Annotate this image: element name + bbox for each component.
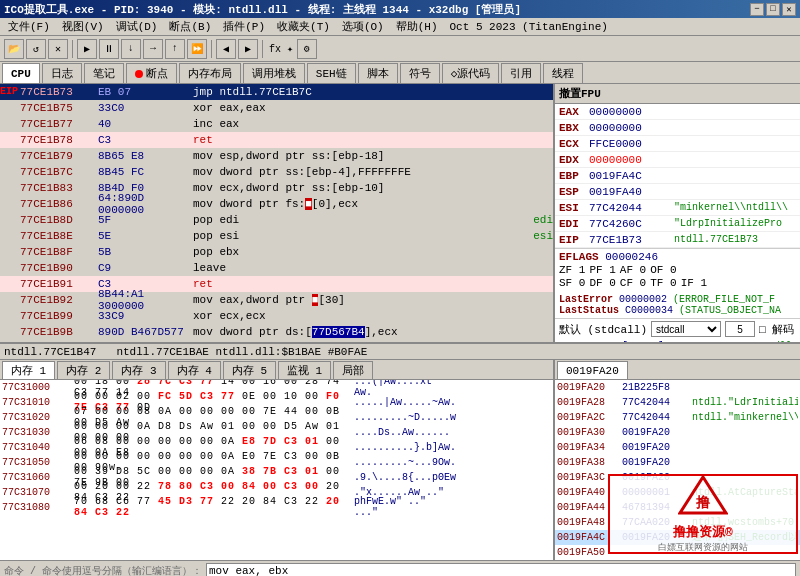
stdcall-decode-label: □ 解码 [759, 322, 794, 337]
menu-view[interactable]: 视图(V) [56, 18, 110, 35]
menu-file[interactable]: 文件(F) [2, 18, 56, 35]
tab-script[interactable]: 脚本 [358, 63, 398, 83]
flag-sf[interactable]: SF 0 [559, 277, 585, 289]
tab-callstack[interactable]: 调用堆栈 [243, 63, 305, 83]
flag-of[interactable]: OF 0 [650, 264, 676, 276]
flag-zf[interactable]: ZF 1 [559, 264, 585, 276]
tb-open[interactable]: 📂 [4, 39, 24, 59]
stdcall-select[interactable]: stdcall cdecl [651, 321, 721, 337]
tb-misc[interactable]: ⚙ [297, 39, 317, 59]
menu-help[interactable]: 帮助(H) [390, 18, 444, 35]
tb-runto[interactable]: ⏩ [187, 39, 207, 59]
disasm-row[interactable]: 77CE1B75 33C0 xor eax,eax [0, 100, 553, 116]
call-stack-row[interactable]: 0019FA38 0019FA20 [555, 455, 800, 470]
disasm-row[interactable]: 77CE1B7C 8B45 FC mov dword ptr ss:[ebp-4… [0, 164, 553, 180]
disasm-row[interactable]: 77CE1B79 8B65 E8 mov esp,dword ptr ss:[e… [0, 148, 553, 164]
disasm-row[interactable]: 77CE1B8F 5B pop ebx [0, 244, 553, 260]
mem-tab-local[interactable]: 局部 [333, 361, 373, 379]
flag-tf[interactable]: TF 0 [650, 277, 676, 289]
call-stack-row[interactable]: 0019FA30 0019FA20 [555, 425, 800, 440]
disasm-row[interactable]: 77CE1B86 64:890D 0000000 mov dword ptr f… [0, 196, 553, 212]
tab-memory-map[interactable]: 内存布局 [179, 63, 241, 83]
reg-ebx[interactable]: EBX 00000000 [555, 120, 800, 136]
tb-pause[interactable]: ⏸ [99, 39, 119, 59]
tb-stepover[interactable]: → [143, 39, 163, 59]
tb-back[interactable]: ◀ [216, 39, 236, 59]
tb-forward[interactable]: ▶ [238, 39, 258, 59]
mem-tab-2[interactable]: 内存 2 [57, 361, 110, 379]
disasm-row[interactable]: 77CE1BA1 8908 B867D577 mov dword ptr ds:… [0, 340, 553, 342]
tab-seh[interactable]: SEH链 [307, 63, 356, 83]
call-stack-row[interactable]: 0019FA20 21B225F8 [555, 380, 800, 395]
flag-pf[interactable]: PF 1 [589, 264, 615, 276]
mem-tab-3[interactable]: 内存 3 [112, 361, 165, 379]
reg-eip[interactable]: EIP 77CE1B73 ntdll.77CE1B73 [555, 232, 800, 248]
disasm-row[interactable]: 77CE1B8E 5E pop esi esi [0, 228, 553, 244]
disasm-row[interactable]: 77CE1B92 8B44:A1 3000000 mov eax,dword p… [0, 292, 553, 308]
minimize-button[interactable]: − [750, 3, 764, 16]
call-stack-row[interactable]: 0019FA34 0019FA20 [555, 440, 800, 455]
stdcall-count[interactable] [725, 321, 755, 337]
flag-cf[interactable]: CF 0 [620, 277, 646, 289]
command-input[interactable] [206, 563, 796, 577]
cs-comment: ntdll."minkernel\\ntdll\\ldrini [692, 412, 798, 423]
tab-source-label: ◇源代码 [451, 66, 491, 81]
disasm-row[interactable]: 77CE1B99 33C9 xor ecx,ecx [0, 308, 553, 324]
memory-content[interactable]: 77C31000 00 18 00 28 7C C3 77 14 00 16 0… [0, 380, 553, 560]
eflags-row: EFLAGS 00000246 [559, 251, 796, 263]
reg-eax[interactable]: EAX 00000000 [555, 104, 800, 120]
menu-options[interactable]: 选项(O) [336, 18, 390, 35]
menu-debug[interactable]: 调试(D) [110, 18, 164, 35]
mem-row[interactable]: 77C31080 70 68 C6 77 45 D3 77 22 20 84 C… [0, 500, 553, 515]
reg-esp[interactable]: ESP 0019FA40 [555, 184, 800, 200]
tab-script-label: 脚本 [367, 66, 389, 81]
tb-run[interactable]: ▶ [77, 39, 97, 59]
stack-args[interactable]: 1: [esp+4] 77C4260C ntdll.77C4260C "Li 2… [555, 339, 800, 342]
reg-edi[interactable]: EDI 77C4260C "LdrpInitializePro [555, 216, 800, 232]
tab-notes[interactable]: 笔记 [84, 63, 124, 83]
disasm-row[interactable]: 77CE1B9B 890D B467D577 mov dword ptr ds:… [0, 324, 553, 340]
call-stack-row[interactable]: 0019FA28 77C42044 ntdll."LdrInitializePr… [555, 395, 800, 410]
reg-ebp[interactable]: EBP 0019FA4C [555, 168, 800, 184]
reg-ecx[interactable]: ECX FFCE0000 [555, 136, 800, 152]
tb-restart[interactable]: ↺ [26, 39, 46, 59]
flag-df[interactable]: DF 0 [589, 277, 615, 289]
tab-threads[interactable]: 线程 [543, 63, 583, 83]
disasm-instr: pop ebx [193, 246, 553, 258]
reg-esi[interactable]: ESI 77C42044 "minkernel\\ntdll\\ [555, 200, 800, 216]
reg-edx[interactable]: EDX 00000000 [555, 152, 800, 168]
disasm-row[interactable]: 77CE1B78 C3 ret [0, 132, 553, 148]
mem-addr: 77C31040 [2, 442, 74, 453]
mem-tab-5[interactable]: 内存 5 [223, 361, 276, 379]
menu-breakpoint[interactable]: 断点(B) [163, 18, 217, 35]
menu-plugin[interactable]: 插件(P) [217, 18, 271, 35]
maximize-button[interactable]: □ [766, 3, 780, 16]
tb-close[interactable]: ✕ [48, 39, 68, 59]
tab-references[interactable]: 引用 [501, 63, 541, 83]
tb-stepout[interactable]: ↑ [165, 39, 185, 59]
mem-tab-1[interactable]: 内存 1 [2, 361, 55, 379]
disasm-row[interactable]: 77CE1B8D 5F pop edi edi [0, 212, 553, 228]
flag-if[interactable]: IF 1 [681, 277, 707, 289]
tab-symbols[interactable]: 符号 [400, 63, 440, 83]
call-stack-row[interactable]: 0019FA2C 77C42044 ntdll."minkernel\\ntdl… [555, 410, 800, 425]
tab-source[interactable]: ◇源代码 [442, 63, 500, 83]
disasm-row[interactable]: 77CE1B83 8B4D F0 mov ecx,dword ptr ss:[e… [0, 180, 553, 196]
disasm-row[interactable]: 77CE1B91 C3 ret [0, 276, 553, 292]
watermark-sub: 白嫖互联网资源的网站 [658, 541, 748, 554]
close-button[interactable]: ✕ [782, 3, 796, 16]
tb-stepinto[interactable]: ↓ [121, 39, 141, 59]
disasm-instr: ret [193, 278, 553, 290]
menu-favorites[interactable]: 收藏夹(T) [271, 18, 336, 35]
flag-af[interactable]: AF 0 [620, 264, 646, 276]
disasm-row[interactable]: 77CE1B90 C9 leave [0, 260, 553, 276]
tab-cpu[interactable]: CPU [2, 63, 40, 83]
disasm-row[interactable]: EIP 77CE1B73 EB 07 jmp ntdll.77CE1B7C [0, 84, 553, 100]
disasm-scroll[interactable]: EIP 77CE1B73 EB 07 jmp ntdll.77CE1B7C 77… [0, 84, 553, 342]
stack-arg-1[interactable]: 1: [esp+4] 77C4260C ntdll.77C4260C "Li [555, 339, 800, 342]
tab-breakpoints[interactable]: 断点 [126, 63, 177, 83]
tab-log[interactable]: 日志 [42, 63, 82, 83]
disasm-row[interactable]: 77CE1B77 40 inc eax [0, 116, 553, 132]
mem-tab-4[interactable]: 内存 4 [168, 361, 221, 379]
mem-tab-watch[interactable]: 监视 1 [278, 361, 331, 379]
